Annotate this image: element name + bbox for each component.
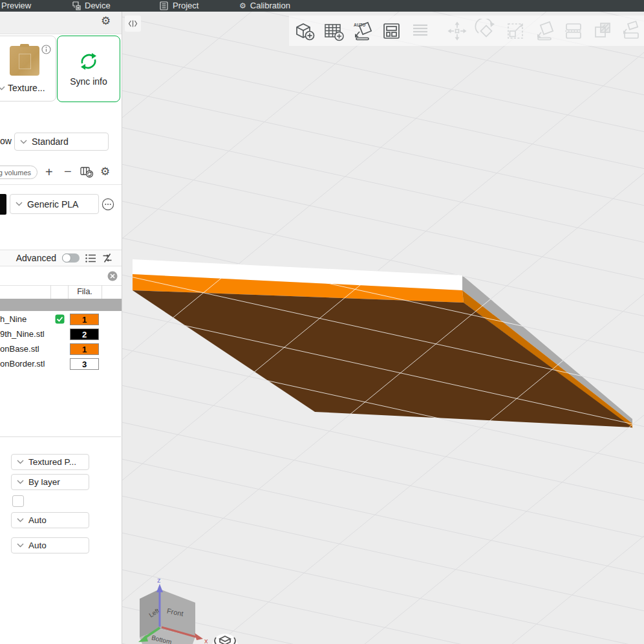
buildplate-thumbnail bbox=[10, 46, 39, 76]
filament-number-cell[interactable]: 2 bbox=[70, 328, 99, 340]
filament-column-header[interactable]: Fila. bbox=[68, 287, 102, 296]
filament-more-button[interactable] bbox=[102, 198, 114, 211]
object-name: onBase.stl bbox=[0, 344, 39, 354]
menu-calibration-label: Calibration bbox=[250, 1, 290, 10]
chevron-down-icon bbox=[17, 480, 24, 484]
object-table-body: h_Nine 1 9th_Nine.stl 2 onBase.stl 1 onB… bbox=[0, 312, 122, 374]
split-window-icon[interactable] bbox=[379, 19, 403, 43]
viewport-toolbar: AUTO bbox=[289, 16, 644, 46]
add-plate-icon[interactable] bbox=[321, 19, 345, 43]
remove-filament-button[interactable]: − bbox=[64, 165, 72, 178]
printer-section-header: ⚙ bbox=[0, 12, 122, 34]
filament-number-cell[interactable]: 3 bbox=[70, 358, 99, 370]
auto-orient-icon[interactable]: AUTO bbox=[350, 19, 374, 43]
spiral-vase-checkbox[interactable] bbox=[12, 495, 24, 507]
object-filter-row[interactable] bbox=[0, 267, 122, 286]
filament-value: Generic PLA bbox=[27, 199, 78, 209]
advanced-settings-row: Advanced bbox=[0, 250, 122, 266]
axis-x-label: x bbox=[204, 637, 208, 644]
tune-params-icon[interactable] bbox=[102, 253, 113, 263]
scale-tool-icon bbox=[503, 19, 528, 43]
printer-preset-label: Texture... bbox=[8, 83, 45, 93]
printer-settings-gear-icon[interactable]: ⚙ bbox=[101, 16, 111, 27]
chevron-down-icon bbox=[16, 202, 23, 206]
sync-info-button[interactable]: Sync info bbox=[57, 36, 120, 102]
calibration-icon: ⚙ bbox=[239, 2, 246, 10]
menu-calibration[interactable]: ⚙ Calibration bbox=[239, 0, 290, 11]
object-list-icon[interactable] bbox=[85, 253, 96, 263]
advanced-label: Advanced bbox=[16, 253, 56, 263]
printing-volumes-pill[interactable]: g volumes bbox=[0, 166, 38, 179]
plates-toolbar: g volumes + − ⚙ bbox=[0, 162, 122, 185]
collapse-panel-icon bbox=[128, 19, 138, 28]
auto-option-a-dropdown[interactable]: Auto bbox=[11, 512, 89, 528]
rotate-tool-icon bbox=[474, 19, 499, 43]
top-menu-bar: Preview Device Project ⚙ Calibration bbox=[0, 0, 644, 12]
chevron-down-icon bbox=[17, 543, 24, 548]
filament-color-swatch[interactable] bbox=[0, 194, 6, 215]
move-tool-icon bbox=[445, 19, 469, 43]
object-table-header: Fila. bbox=[0, 285, 122, 299]
layers-list-icon bbox=[408, 19, 433, 43]
menu-project-label: Project bbox=[173, 1, 199, 10]
process-preset-value: Standard bbox=[32, 136, 69, 147]
assembly-view-icon bbox=[619, 19, 644, 43]
object-visible-checkbox[interactable] bbox=[55, 314, 65, 324]
print-sequence-value: By layer bbox=[28, 477, 60, 487]
filament-settings-gear-icon[interactable]: ⚙ bbox=[100, 166, 110, 177]
sync-info-label: Sync info bbox=[58, 76, 120, 87]
menu-preview[interactable]: Preview bbox=[1, 0, 31, 11]
device-icon bbox=[71, 1, 81, 10]
object-name: 9th_Nine.stl bbox=[0, 329, 45, 339]
table-row[interactable]: h_Nine 1 bbox=[0, 312, 122, 327]
plate-type-value: Textured P... bbox=[28, 457, 76, 467]
table-row[interactable]: 9th_Nine.stl 2 bbox=[0, 327, 122, 342]
add-object-icon[interactable] bbox=[292, 19, 316, 43]
menu-device-label: Device bbox=[85, 1, 111, 10]
axis-z-label: z bbox=[157, 576, 161, 584]
table-row[interactable]: onBorder.stl 3 bbox=[0, 357, 122, 372]
printing-volumes-label: g volumes bbox=[0, 169, 31, 177]
object-name: h_Nine bbox=[0, 314, 27, 324]
collapse-panel-button[interactable] bbox=[125, 16, 141, 32]
add-filament-button[interactable]: + bbox=[45, 166, 53, 178]
auto-option-b-dropdown[interactable]: Auto bbox=[11, 537, 89, 553]
ams-sync-icon[interactable] bbox=[80, 166, 94, 178]
print-sequence-dropdown[interactable]: By layer bbox=[11, 474, 89, 490]
process-label-clipped: ow bbox=[0, 136, 12, 146]
filament-number-cell[interactable]: 1 bbox=[70, 343, 99, 355]
printer-preset-card[interactable]: Texture... bbox=[0, 36, 56, 102]
chevron-down-icon bbox=[20, 140, 27, 144]
advanced-toggle[interactable] bbox=[62, 253, 80, 263]
cut-tool-icon bbox=[561, 19, 586, 43]
sync-icon bbox=[78, 50, 100, 72]
chevron-down-icon bbox=[17, 460, 24, 464]
auto-option-a-value: Auto bbox=[28, 515, 47, 525]
chevron-down-icon bbox=[0, 86, 5, 91]
selected-plate-row[interactable] bbox=[0, 299, 122, 311]
plate-type-dropdown[interactable]: Textured P... bbox=[11, 454, 89, 470]
info-icon[interactable] bbox=[41, 45, 51, 54]
panel-divider bbox=[0, 436, 121, 437]
filament-number-cell[interactable]: 1 bbox=[70, 314, 99, 325]
chevron-down-icon bbox=[17, 518, 24, 522]
process-preset-dropdown[interactable]: Standard bbox=[14, 133, 109, 151]
auto-option-b-value: Auto bbox=[28, 541, 47, 550]
table-row[interactable]: onBase.stl 1 bbox=[0, 342, 122, 357]
lay-on-face-icon bbox=[532, 19, 557, 43]
filament-dropdown[interactable]: Generic PLA bbox=[10, 194, 99, 214]
menu-project[interactable]: Project bbox=[159, 0, 199, 11]
project-icon bbox=[159, 1, 169, 10]
clear-filter-icon[interactable] bbox=[107, 271, 118, 281]
menu-preview-label: Preview bbox=[1, 1, 31, 10]
menu-device[interactable]: Device bbox=[71, 0, 111, 11]
object-name: onBorder.stl bbox=[0, 359, 45, 369]
mesh-boolean-icon bbox=[590, 19, 615, 43]
